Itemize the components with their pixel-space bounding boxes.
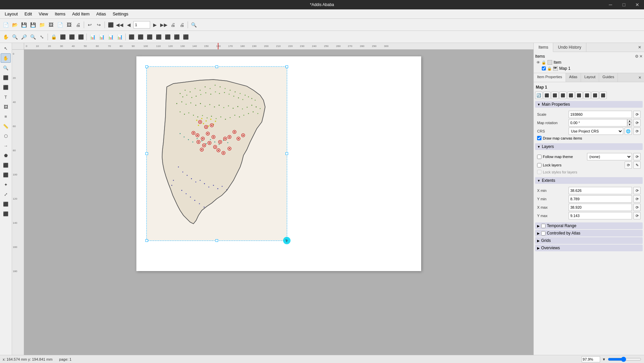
tab-undo-history[interactable]: Undo History (553, 43, 586, 52)
lock-layers-edit-btn[interactable]: ✎ (633, 161, 641, 169)
canvas-area[interactable]: 0 10 20 30 40 50 60 70 80 90 100 110 120… (12, 43, 533, 355)
tab-guides[interactable]: Guides (599, 73, 618, 82)
lock-icon[interactable]: 🔒 (541, 60, 546, 65)
move-content-tool[interactable]: ⤢ (1, 190, 11, 199)
zoom-layer-btn[interactable]: ⬛ (551, 92, 559, 99)
export-image-button[interactable]: 🖼 (47, 20, 55, 29)
next-feature-button[interactable]: ▶ (150, 20, 159, 29)
rotation-up[interactable]: ▲ (627, 119, 632, 123)
page-number-input[interactable] (133, 21, 150, 29)
to-top-button[interactable]: 📊 (106, 33, 115, 41)
menu-settings[interactable]: Settings (109, 10, 132, 18)
handle-top-left[interactable] (145, 65, 148, 68)
add-image-tool[interactable]: 🖼 (1, 102, 11, 111)
menu-edit[interactable]: Edit (21, 10, 35, 18)
xmin-sync[interactable]: ⟳ (633, 187, 641, 194)
zoom-out-button[interactable]: 🔍 (28, 33, 37, 41)
zoom-atlas-btn[interactable]: ⬛ (559, 92, 567, 99)
theme-sync-btn[interactable]: ⟳ (633, 153, 641, 160)
handle-bottom-left[interactable] (145, 239, 148, 242)
add-scalebar-tool[interactable]: 📏 (1, 121, 11, 131)
zoom-slider[interactable] (608, 357, 641, 362)
ymax-sync[interactable]: ⟳ (633, 212, 641, 219)
add-arrow-tool[interactable]: → (1, 141, 11, 150)
add-map-tool[interactable]: ⬛ (1, 73, 11, 82)
add-3dmap-tool[interactable]: ⬛ (1, 83, 11, 92)
temporal-range-section[interactable]: ▶ Temporal Range (535, 222, 643, 229)
menu-add-item[interactable]: Add Item (69, 10, 93, 18)
pan-tool-button[interactable]: ✋ (1, 33, 10, 41)
align-top-button[interactable]: ⬛ (145, 33, 154, 41)
scale-sync-btn[interactable]: ⟳ (633, 111, 641, 118)
ip-panel-close[interactable]: ✕ (635, 73, 644, 82)
atlas-settings-button[interactable]: ⬛ (106, 20, 115, 29)
rotation-sync-btn[interactable]: ⟳ (633, 119, 641, 126)
last-feature-button[interactable]: ▶▶ (159, 20, 168, 29)
print-button[interactable]: 🖨 (74, 20, 82, 29)
lock-styles-checkbox[interactable] (537, 170, 541, 174)
raise-button[interactable]: 📊 (88, 33, 97, 41)
add-node-tool[interactable]: ⬟ (1, 151, 11, 160)
tab-items[interactable]: Items (534, 43, 553, 52)
add-label-tool[interactable]: T (1, 92, 11, 102)
atlas-ctrl-checkbox[interactable] (541, 231, 545, 236)
export-pdf-button[interactable]: 📄 (56, 20, 64, 29)
grids-section[interactable]: ▶ Grids (535, 237, 643, 244)
theme-select[interactable]: (none) (587, 153, 632, 160)
zoom-tool[interactable]: 🔍 (1, 63, 11, 72)
more-btn[interactable]: ⬛ (591, 92, 599, 99)
tab-item-properties[interactable]: Item Properties (534, 73, 566, 82)
draw-canvas-checkbox[interactable] (537, 136, 541, 140)
resize-button[interactable]: ⬛ (181, 33, 190, 41)
filter-icon[interactable]: ⚙ (635, 54, 639, 59)
bookmark-btn[interactable]: ⬛ (567, 92, 575, 99)
group-button[interactable]: ⬛ (58, 33, 67, 41)
atlas-tool[interactable]: ⬛ (1, 209, 11, 218)
handle-top-right[interactable] (285, 65, 288, 68)
extra-btn[interactable]: ⬛ (599, 92, 607, 99)
handle-middle-left[interactable] (145, 152, 148, 155)
add-html-tool[interactable]: ⬛ (1, 160, 11, 170)
export-atlas-button[interactable]: 🖨 (169, 20, 177, 29)
xmax-input[interactable] (569, 204, 632, 211)
full-extent-btn[interactable]: ⬛ (543, 92, 551, 99)
panel-close-button[interactable]: ✕ (635, 43, 644, 52)
crs-select-btn[interactable]: 🌐 (625, 127, 632, 135)
zoom-input[interactable] (582, 356, 600, 362)
align-h-center-button[interactable]: ⬛ (163, 33, 172, 41)
ymin-sync[interactable]: ⟳ (633, 195, 641, 203)
lock-layers-btn[interactable]: ⟳ (625, 161, 632, 169)
add-table-tool[interactable]: ⬛ (1, 170, 11, 179)
lock-layers-checkbox[interactable] (537, 163, 541, 167)
xmax-sync[interactable]: ⟳ (633, 204, 641, 211)
menu-atlas[interactable]: Atlas (93, 10, 109, 18)
align-bottom-button[interactable]: ⬛ (154, 33, 163, 41)
tab-layout[interactable]: Layout (581, 73, 599, 82)
lock-button[interactable]: ⬛ (76, 33, 85, 41)
close-icon[interactable]: ✕ (639, 54, 643, 59)
new-layout-button[interactable]: 📄 (1, 20, 10, 29)
item-visible-checkbox[interactable] (542, 66, 546, 70)
save-button[interactable]: 💾 (19, 20, 28, 29)
visibility-icon[interactable]: 👁 (536, 60, 540, 64)
duplicate-button[interactable]: 📁 (38, 20, 46, 29)
align-left-button[interactable]: ⬛ (127, 33, 136, 41)
map-frame[interactable] (146, 66, 287, 241)
ymax-input[interactable] (569, 212, 632, 219)
ymin-input[interactable] (569, 195, 632, 203)
map-rotation-input[interactable] (569, 119, 627, 126)
crs-select[interactable]: Use Project CRS (569, 127, 623, 135)
rotation-down[interactable]: ▼ (627, 123, 632, 126)
lock-icon-map[interactable]: 🔒 (547, 66, 552, 71)
set-scale-btn[interactable]: ⬛ (575, 92, 583, 99)
item-row-item[interactable]: 👁 🔒 Item (535, 59, 643, 65)
refresh-btn[interactable]: 🔄 (535, 92, 542, 99)
first-feature-button[interactable]: ◀◀ (115, 20, 124, 29)
crs-sync-btn[interactable]: ⟳ (633, 127, 641, 135)
tab-atlas[interactable]: Atlas (566, 73, 581, 82)
handle-bottom-center[interactable] (215, 239, 218, 242)
main-properties-header[interactable]: ▼ Main Properties (535, 101, 643, 108)
add-shape-tool[interactable]: ⬡ (1, 131, 11, 141)
save-as-button[interactable]: 💾 (28, 20, 37, 29)
select-all-button[interactable]: 🔒 (49, 33, 58, 41)
